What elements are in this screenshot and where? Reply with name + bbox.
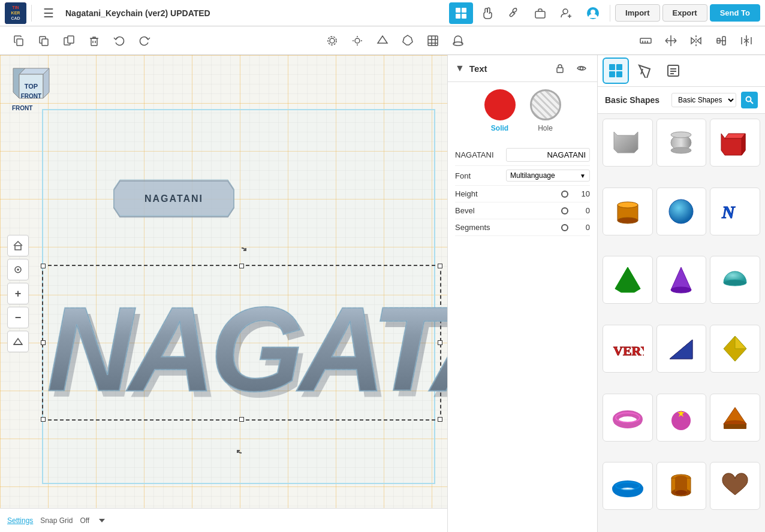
settings-link[interactable]: Settings [7, 516, 33, 525]
svg-point-103 [671, 287, 691, 293]
profile-button[interactable] [581, 2, 605, 24]
zoom-in-button[interactable]: + [7, 283, 29, 304]
main-area: TOP FRONT FRONT + − [0, 55, 765, 532]
divider2 [610, 5, 610, 22]
font-select-container[interactable]: Multilanguage ▼ [506, 170, 590, 182]
shape-box-beveled[interactable] [603, 119, 653, 167]
search-shapes-button[interactable] [741, 92, 758, 108]
bottom-bar: Settings Snap Grid Off [0, 508, 447, 532]
height-slider[interactable] [561, 191, 568, 198]
shape-cylinder-beveled[interactable] [656, 119, 707, 167]
visibility-button[interactable] [573, 60, 590, 77]
shape-heart-star[interactable] [656, 394, 707, 442]
svg-text:TIN: TIN [12, 5, 19, 10]
grid-tool[interactable] [421, 29, 444, 52]
bevel-label: Bevel [455, 206, 561, 215]
add-user-button[interactable] [555, 2, 579, 24]
logo[interactable]: TIN KER CAD [5, 2, 26, 24]
shape-cylinder[interactable] [603, 188, 653, 235]
shape-sphere[interactable] [656, 188, 707, 235]
svg-rect-74 [616, 64, 622, 70]
segments-slider[interactable] [561, 224, 568, 231]
shape-text-3d[interactable]: N [710, 188, 760, 235]
rotate-handle-top[interactable] [234, 246, 249, 262]
tab-ruler[interactable] [631, 58, 658, 84]
undo-button[interactable] [108, 29, 131, 52]
shape-half-sphere[interactable] [710, 256, 760, 304]
paste-button[interactable] [32, 29, 55, 52]
segments-row: Segments 0 [455, 219, 590, 236]
shape-text-bold[interactable]: VERY [603, 325, 653, 373]
stamp-tool[interactable] [447, 29, 469, 52]
shape-tube[interactable] [656, 462, 707, 510]
measure-tool[interactable] [659, 29, 682, 52]
svg-text:N: N [721, 202, 736, 222]
category-tabs [598, 55, 765, 87]
collapse-button[interactable]: ▼ [455, 63, 465, 74]
solid-type[interactable]: Solid [484, 89, 516, 132]
export-button[interactable]: Export [662, 4, 707, 22]
zoom-out-button[interactable]: − [7, 307, 29, 328]
ruler-tool[interactable] [634, 29, 657, 52]
import-button[interactable]: Import [615, 4, 659, 22]
svg-marker-30 [403, 35, 412, 45]
distribute-tool[interactable] [735, 29, 758, 52]
fit-view-button[interactable] [7, 259, 29, 280]
polygon-tool[interactable] [396, 29, 419, 52]
shape-box[interactable] [710, 119, 760, 167]
shape-torus[interactable] [603, 394, 653, 442]
mirror-tool[interactable] [685, 29, 707, 52]
home-view-button[interactable] [7, 235, 29, 256]
send-to-button[interactable]: Send To [710, 4, 760, 22]
nagatani-text-object[interactable]: NAGATANI NAGATANI NAGATANI NAGATANI [42, 265, 441, 433]
light-tool[interactable] [346, 29, 369, 52]
duplicate-button[interactable] [58, 29, 80, 52]
camera-tool[interactable] [321, 29, 344, 52]
bevel-slider[interactable] [561, 207, 568, 214]
shape-tool[interactable] [371, 29, 394, 52]
text-input[interactable] [506, 148, 590, 162]
shapes-title: Basic Shapes [605, 95, 667, 105]
keychain-shape[interactable]: NAGATANI [108, 175, 240, 225]
perspective-button[interactable] [7, 331, 29, 352]
font-row: Font Multilanguage ▼ [455, 166, 590, 186]
svg-point-110 [616, 413, 640, 425]
hand-button[interactable] [475, 2, 499, 24]
tab-grid[interactable] [603, 58, 629, 84]
svg-rect-4 [456, 8, 460, 13]
shape-cone-flat[interactable] [710, 394, 760, 442]
svg-marker-61 [14, 338, 22, 344]
properties-form: NAGATANI Font Multilanguage ▼ Height 10 … [448, 140, 597, 532]
hole-type[interactable]: Hole [530, 89, 561, 132]
delete-button[interactable] [83, 29, 106, 52]
copy-button[interactable] [7, 29, 30, 52]
svg-rect-6 [456, 14, 460, 19]
height-row: Height 10 [455, 186, 590, 202]
shape-wedge[interactable] [656, 325, 707, 373]
redo-button[interactable] [133, 29, 156, 52]
svg-point-90 [671, 132, 691, 138]
shape-diamond[interactable] [710, 325, 760, 373]
briefcase-button[interactable] [528, 2, 552, 24]
svg-marker-101 [615, 267, 640, 292]
shape-cone[interactable] [656, 256, 707, 304]
shape-pyramid[interactable] [603, 256, 653, 304]
shape-ring[interactable] [603, 462, 653, 510]
design-viewport[interactable]: NAGATANI [30, 103, 447, 502]
wrench-button[interactable] [502, 2, 526, 24]
segments-label: Segments [455, 223, 561, 232]
canvas-area[interactable]: TOP FRONT FRONT + − [0, 55, 447, 532]
shapes-category-select[interactable]: Basic Shapes [671, 93, 736, 107]
shape-heart[interactable] [710, 462, 760, 510]
menu-button[interactable]: ☰ [37, 2, 61, 24]
svg-rect-75 [609, 71, 615, 77]
grid-view-button[interactable] [449, 2, 473, 24]
snap-grid-arrow[interactable] [98, 516, 106, 525]
align-tool[interactable] [710, 29, 733, 52]
svg-rect-14 [17, 39, 23, 46]
rotate-handle-bottom[interactable] [234, 441, 249, 458]
topbar: TIN KER CAD ☰ Nagatani_Keychain (ver2) U… [0, 0, 765, 26]
tab-note[interactable] [660, 58, 686, 84]
lock-button[interactable] [552, 60, 568, 77]
svg-text:CAD: CAD [11, 16, 20, 20]
